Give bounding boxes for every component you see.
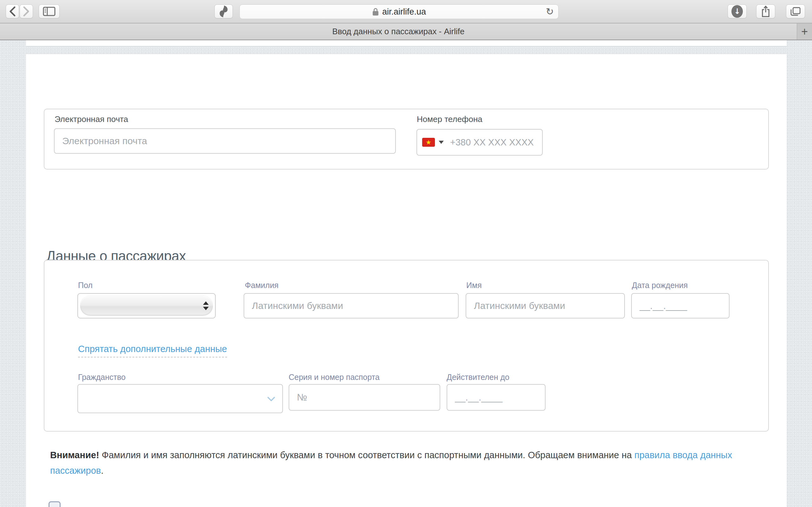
passport-label: Серия и номер паспорта xyxy=(289,373,380,382)
surname-label: Фамилия xyxy=(245,281,278,290)
select-arrows-icon xyxy=(203,301,209,310)
warning-text: Внимание! Фамилия и имя заполняются лати… xyxy=(50,447,770,478)
share-button[interactable] xyxy=(756,4,775,18)
citizenship-select[interactable] xyxy=(78,384,283,413)
address-bar[interactable]: air.airlife.ua ↻ xyxy=(240,4,559,19)
gender-select[interactable] xyxy=(78,293,216,319)
tabs-icon xyxy=(790,7,801,16)
gender-select-pill xyxy=(80,296,213,316)
birth-date-label: Дата рождения xyxy=(632,281,688,290)
lock-icon xyxy=(372,7,379,16)
phone-label: Номер телефона xyxy=(417,114,483,124)
chevron-down-icon xyxy=(267,394,275,401)
chevron-left-icon xyxy=(9,6,16,16)
first-name-label: Имя xyxy=(466,281,482,290)
valid-until-input[interactable] xyxy=(447,384,546,411)
url-text: air.airlife.ua xyxy=(382,7,426,17)
surname-input[interactable] xyxy=(244,293,459,319)
warning-body: Фамилия и имя заполняются латинскими бук… xyxy=(99,450,635,460)
refresh-button[interactable]: ↻ xyxy=(546,6,554,17)
extension-button[interactable] xyxy=(214,4,233,18)
new-tab-button[interactable]: + xyxy=(797,23,812,40)
forward-button[interactable] xyxy=(20,4,33,18)
download-icon: ↓ xyxy=(731,5,743,18)
flag-star: ★ xyxy=(426,139,432,146)
share-icon xyxy=(761,5,770,17)
tab-title: Ввод данных о пассажирах - Airlife xyxy=(332,26,464,37)
toggle-additional-data-link[interactable]: Спрятать дополнительные данные xyxy=(78,344,227,357)
tab-bar: Ввод данных о пассажирах - Airlife + xyxy=(0,23,812,40)
tabs-overview-button[interactable] xyxy=(786,4,805,18)
gender-label: Пол xyxy=(78,281,93,290)
extension-swirl-icon xyxy=(218,5,229,18)
contact-panel: Электронная почта Номер телефона ★ +380 … xyxy=(44,109,769,170)
agreement-checkbox[interactable] xyxy=(49,501,61,507)
back-button[interactable] xyxy=(6,4,19,18)
flag-dropdown-caret-icon[interactable] xyxy=(439,141,444,144)
phone-placeholder: +380 XX XXX XXXX xyxy=(450,137,534,148)
page-viewport: Контактные данные Электронная почта Номе… xyxy=(0,40,812,507)
downloads-button[interactable]: ↓ xyxy=(728,4,747,18)
browser-toolbar: air.airlife.ua ↻ ↓ xyxy=(0,0,812,23)
vietnam-flag-icon[interactable]: ★ xyxy=(422,138,435,147)
email-label: Электронная почта xyxy=(55,114,128,124)
chevron-right-icon xyxy=(23,6,30,16)
booking-form-card: Контактные данные Электронная почта Номе… xyxy=(26,54,786,507)
sidebar-button[interactable] xyxy=(39,4,60,18)
phone-input[interactable]: ★ +380 XX XXX XXXX xyxy=(416,129,543,156)
tab-passenger-data[interactable]: Ввод данных о пассажирах - Airlife xyxy=(0,23,797,40)
warning-period: . xyxy=(101,465,103,475)
birth-date-input[interactable] xyxy=(631,293,729,319)
valid-until-label: Действителен до xyxy=(447,373,509,382)
sidebar-icon xyxy=(43,6,55,16)
first-name-input[interactable] xyxy=(466,293,625,319)
safari-window: air.airlife.ua ↻ ↓ xyxy=(0,0,812,507)
citizenship-label: Гражданство xyxy=(78,373,125,382)
warning-bold: Внимание! xyxy=(50,450,99,460)
passport-input[interactable] xyxy=(289,384,440,411)
email-input[interactable] xyxy=(54,128,396,154)
passenger-panel: Пол Фамилия Имя Дата рождения Спрятать д… xyxy=(44,260,769,432)
site-header-remnant xyxy=(26,40,786,47)
